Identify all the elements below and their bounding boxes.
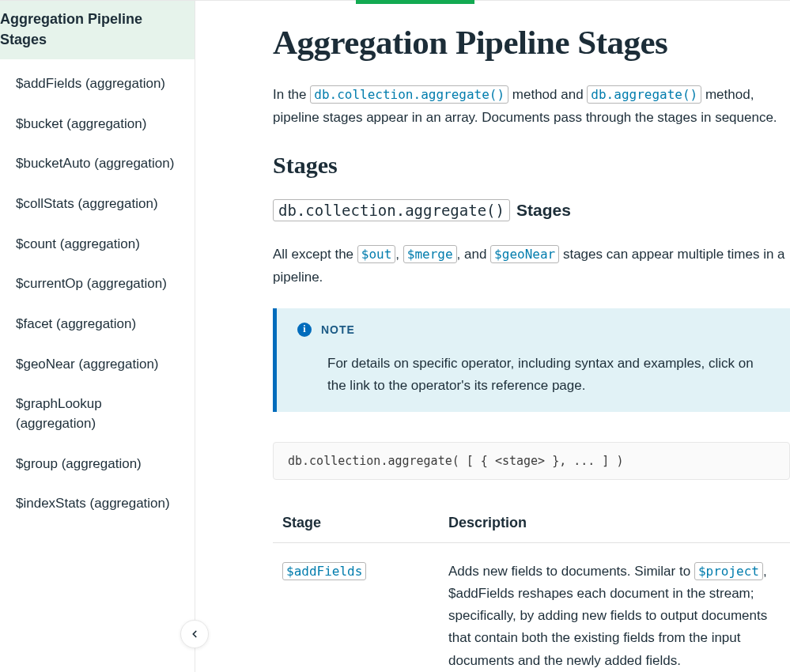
sidebar-item[interactable]: $currentOp (aggregation) (0, 264, 195, 304)
table-row: $addFields Adds new fields to documents.… (273, 543, 790, 672)
paragraph-exceptions: All except the $out, $merge, and $geoNea… (273, 244, 790, 289)
sidebar-item[interactable]: $facet (aggregation) (0, 304, 195, 345)
chevron-left-icon (189, 629, 200, 640)
text: In the (273, 87, 310, 102)
sidebar-scroll[interactable]: Aggregation Pipeline Stages $addFields (… (0, 1, 195, 672)
sidebar: Aggregation Pipeline Stages $addFields (… (0, 1, 195, 672)
text: , and (457, 247, 491, 262)
table-header-description: Description (439, 507, 790, 543)
sidebar-item[interactable]: $addFields (aggregation) (0, 64, 195, 104)
app-root: Aggregation Pipeline Stages $addFields (… (0, 0, 790, 672)
sidebar-items: $addFields (aggregation) $bucket (aggreg… (0, 59, 195, 556)
stages-table: Stage Description $addFields Adds new fi… (273, 507, 790, 672)
link-project[interactable]: $project (694, 562, 763, 580)
link-db-collection-aggregate[interactable]: db.collection.aggregate() (310, 85, 508, 104)
main-content: Aggregation Pipeline Stages In the db.co… (195, 1, 790, 672)
sidebar-item[interactable]: $group (aggregation) (0, 444, 195, 485)
section-heading-stages: Stages (273, 152, 790, 179)
note-header: i NOTE (297, 323, 768, 337)
info-icon: i (297, 323, 312, 337)
note-label: NOTE (321, 323, 355, 336)
sidebar-item[interactable]: $geoNear (aggregation) (0, 345, 195, 385)
link-merge[interactable]: $merge (403, 245, 457, 263)
text: All except the (273, 247, 357, 262)
table-cell-stage: $addFields (273, 543, 439, 672)
note-body: For details on specific operator, includ… (297, 353, 768, 398)
text: method and (512, 87, 588, 102)
sidebar-item[interactable]: $bucketAuto (aggregation) (0, 144, 195, 184)
sidebar-item[interactable]: $indexStats (aggregation) (0, 484, 195, 524)
link-geonear[interactable]: $geoNear (490, 245, 559, 263)
sidebar-current-item[interactable]: Aggregation Pipeline Stages (0, 1, 195, 59)
link-addfields[interactable]: $addFields (282, 562, 366, 580)
page-title: Aggregation Pipeline Stages (273, 23, 790, 62)
sidebar-item[interactable]: $count (aggregation) (0, 225, 195, 265)
link-db-aggregate[interactable]: db.aggregate() (587, 85, 701, 104)
text: , (395, 247, 403, 262)
sidebar-item[interactable]: $collStats (aggregation) (0, 184, 195, 225)
intro-paragraph: In the db.collection.aggregate() method … (273, 84, 790, 130)
sidebar-collapse-button[interactable] (180, 620, 209, 648)
sub-heading: db.collection.aggregate() Stages (273, 199, 790, 221)
sidebar-item[interactable]: $graphLookup (aggregation) (0, 384, 195, 444)
text: Adds new fields to documents. Similar to (448, 564, 694, 579)
table-header-stage: Stage (273, 507, 439, 543)
code-block: db.collection.aggregate( [ { <stage> }, … (273, 442, 790, 480)
table-cell-description: Adds new fields to documents. Similar to… (439, 543, 790, 672)
link-out[interactable]: $out (357, 245, 396, 263)
sidebar-item[interactable]: $bucket (aggregation) (0, 104, 195, 145)
code-method-name: db.collection.aggregate() (273, 199, 510, 221)
text: Stages (516, 201, 571, 220)
note-callout: i NOTE For details on specific operator,… (273, 308, 790, 413)
